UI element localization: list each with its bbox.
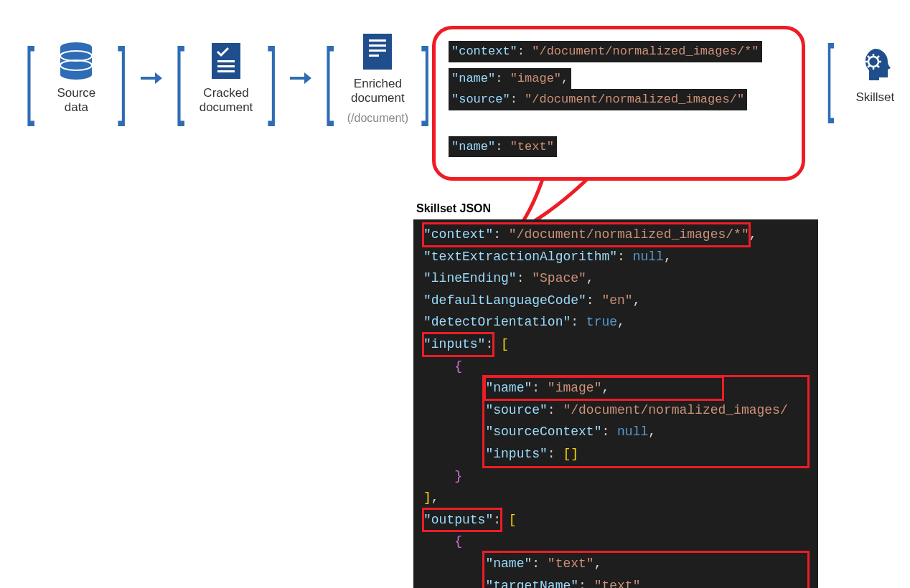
- svg-rect-8: [217, 70, 235, 72]
- stage-label: Sourcedata: [57, 86, 95, 115]
- callout-code-line: "source": "/document/normalized_images/": [449, 89, 747, 110]
- svg-rect-7: [217, 65, 235, 67]
- svg-rect-6: [217, 60, 235, 62]
- callout-code-line: "name": "text": [449, 136, 557, 158]
- arrow-right-icon: [290, 72, 311, 84]
- stage-skillset: [ Skillset ]: [818, 32, 910, 118]
- bracket-left-icon: [: [175, 35, 184, 121]
- callout-code-line: "name": "image",: [449, 68, 571, 90]
- svg-rect-10: [369, 39, 386, 42]
- stage-label: Enricheddocument: [351, 77, 405, 106]
- bracket-left-icon: [: [25, 35, 34, 121]
- svg-rect-12: [369, 49, 386, 52]
- document-check-icon: [210, 42, 242, 80]
- bracket-right-icon: ]: [268, 35, 277, 121]
- bracket-left-icon: [: [826, 32, 835, 118]
- stage-sublabel: (/document): [347, 112, 408, 125]
- stage-label: Crackeddocument: [200, 86, 253, 115]
- callout-bubble: "context": "/document/normalized_images/…: [432, 26, 805, 181]
- callout-code-line: "context": "/document/normalized_images/…: [449, 41, 762, 62]
- stage-label: Skillset: [855, 90, 894, 105]
- database-icon: [59, 42, 93, 80]
- stage-enriched-document: Enricheddocument (/document): [347, 32, 408, 125]
- bracket-left-icon: [: [324, 35, 334, 121]
- stage-cracked-document: Crackeddocument: [197, 42, 255, 115]
- skillset-head-gear-icon: [856, 46, 893, 85]
- svg-point-2: [60, 70, 92, 80]
- document-lines-icon: [362, 32, 393, 71]
- arrow-right-icon: [141, 72, 162, 84]
- svg-rect-11: [369, 44, 386, 47]
- json-code-panel: "context": "/document/normalized_images/…: [413, 219, 818, 588]
- stage-source-data: Sourcedata: [47, 42, 105, 115]
- bracket-right-icon: ]: [421, 35, 431, 121]
- svg-rect-13: [369, 54, 379, 57]
- json-section-title: Skillset JSON: [416, 202, 491, 215]
- bracket-right-icon: ]: [118, 35, 127, 121]
